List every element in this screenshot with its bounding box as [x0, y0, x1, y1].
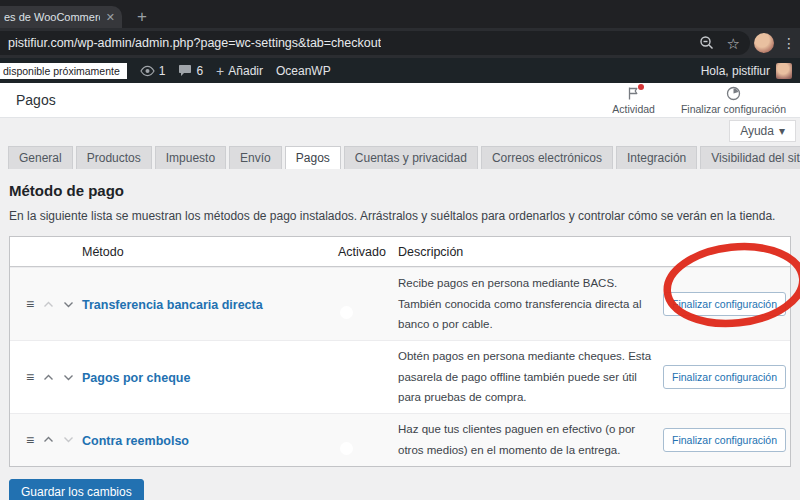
move-down-icon[interactable] [63, 374, 74, 381]
coming-soon-badge[interactable]: disponible próximamente [0, 63, 127, 79]
section-description: En la siguiente lista se muestran los mé… [9, 209, 791, 223]
finish-setup-button[interactable]: Finalizar configuración [663, 292, 786, 316]
browser-tab[interactable]: es de WooCommerce ‹ ✕ [0, 6, 122, 28]
save-changes-button[interactable]: Guardar los cambios [9, 479, 144, 500]
finish-setup-header-button[interactable]: Finalizar configuración [681, 86, 786, 115]
tab-pagos[interactable]: Pagos [285, 146, 341, 169]
comments-bubble-icon [178, 64, 192, 77]
help-button[interactable]: Ayuda ▾ [729, 120, 796, 142]
plus-icon: + [216, 64, 224, 78]
wc-page-header: Pagos Actividad Finalizar co [0, 83, 800, 118]
chevron-down-icon: ▾ [779, 124, 785, 138]
site-preview-count: 1 [159, 64, 166, 78]
method-description: Obtén pagos en persona mediante cheques.… [398, 346, 663, 408]
payment-methods-table: Método Activado Descripción ≡ Transferen… [9, 236, 791, 467]
browser-toolbar: pistifiur.com/wp-admin/admin.php?page=wc… [0, 28, 800, 58]
new-content-label: Añadir [228, 64, 263, 78]
finish-setup-button[interactable]: Finalizar configuración [663, 428, 786, 452]
url-text: pistifiur.com/wp-admin/admin.php?page=wc… [8, 36, 381, 50]
move-up-icon[interactable] [43, 436, 54, 443]
tab-title: es de WooCommerce ‹ [4, 11, 100, 23]
tab-visibilidad-del-sitio[interactable]: Visibilidad del sitio [700, 146, 800, 169]
tab-cuentas-y-privacidad[interactable]: Cuentas y privacidad [344, 146, 478, 169]
method-description: Recibe pagos en persona mediante BACS. T… [398, 273, 663, 335]
col-header-enabled: Activado [338, 245, 398, 259]
theme-menu-item[interactable]: OceanWP [276, 64, 331, 78]
eye-icon [140, 65, 155, 77]
new-content-item[interactable]: + Añadir [216, 64, 263, 78]
comments-item[interactable]: 6 [178, 64, 203, 78]
drag-handle-icon[interactable]: ≡ [26, 432, 34, 448]
move-down-icon[interactable] [63, 301, 74, 308]
method-link[interactable]: Contra reembolso [82, 434, 189, 448]
tab-correos-electronicos[interactable]: Correos electrónicos [481, 146, 613, 169]
browser-tab-bar: es de WooCommerce ‹ ✕ + [0, 0, 800, 28]
new-tab-icon[interactable]: + [130, 5, 154, 29]
method-description: Haz que tus clientes paguen en efectivo … [398, 419, 663, 460]
table-row: ≡ Transferencia bancaria directa Recibe … [10, 267, 790, 340]
method-link[interactable]: Transferencia bancaria directa [82, 298, 263, 312]
tab-envio[interactable]: Envío [229, 146, 282, 169]
screenshot-root: es de WooCommerce ‹ ✕ + pistifiur.com/wp… [0, 0, 800, 500]
move-up-icon[interactable] [43, 301, 54, 308]
section-title: Método de pago [9, 182, 800, 199]
settings-body: Ayuda ▾ General Productos Impuesto Envío… [0, 118, 800, 500]
notification-dot [638, 84, 644, 90]
method-link[interactable]: Pagos por cheque [82, 371, 190, 385]
move-down-icon[interactable] [63, 436, 74, 443]
move-up-icon[interactable] [43, 374, 54, 381]
tab-impuesto[interactable]: Impuesto [155, 146, 226, 169]
theme-name: OceanWP [276, 64, 331, 78]
finish-setup-button[interactable]: Finalizar configuración [663, 365, 786, 389]
tab-productos[interactable]: Productos [76, 146, 152, 169]
bookmark-star-icon[interactable]: ☆ [727, 36, 740, 51]
browser-profile-avatar[interactable] [754, 33, 774, 53]
activity-button[interactable]: Actividad [612, 86, 655, 115]
drag-handle-icon[interactable]: ≡ [26, 369, 34, 385]
address-bar[interactable]: pistifiur.com/wp-admin/admin.php?page=wc… [0, 31, 750, 55]
drag-handle-icon[interactable]: ≡ [26, 296, 34, 312]
col-header-description: Descripción [398, 245, 663, 259]
tab-general[interactable]: General [8, 146, 73, 169]
col-header-method: Método [82, 245, 338, 259]
table-row: ≡ Contra reembolso Haz que tus clientes … [10, 413, 790, 465]
comments-count: 6 [196, 64, 203, 78]
wp-admin-bar: disponible próximamente 1 6 + Añadir O [0, 58, 800, 83]
zoom-out-icon[interactable] [699, 35, 715, 51]
account-avatar[interactable] [776, 63, 792, 79]
tab-close-icon[interactable]: ✕ [106, 12, 115, 23]
page-title: Pagos [16, 92, 56, 108]
account-greeting[interactable]: Hola, pistifiur [701, 64, 770, 78]
tab-integracion[interactable]: Integración [616, 146, 697, 169]
browser-menu-kebab-icon[interactable]: ⋮ [782, 35, 796, 51]
finish-setup-header-label: Finalizar configuración [681, 103, 786, 115]
settings-tabs: General Productos Impuesto Envío Pagos C… [0, 118, 800, 169]
table-header-row: Método Activado Descripción [10, 237, 790, 267]
table-row: ≡ Pagos por cheque Obtén pagos en person… [10, 340, 790, 413]
setup-progress-pie-icon [726, 86, 741, 101]
activity-label: Actividad [612, 103, 655, 115]
flag-icon [626, 86, 641, 101]
site-preview-item[interactable]: 1 [140, 64, 166, 78]
help-label: Ayuda [740, 124, 774, 138]
